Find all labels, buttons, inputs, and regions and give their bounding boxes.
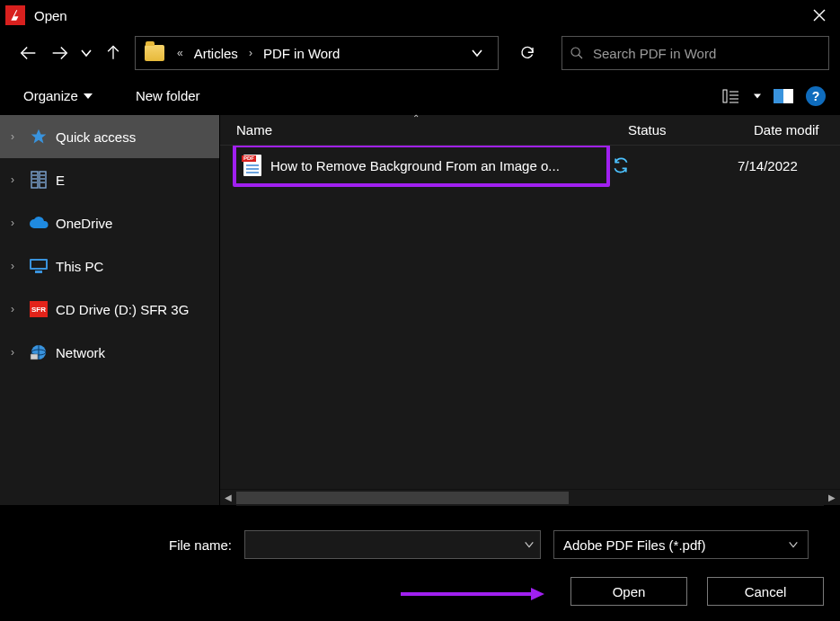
- breadcrumb[interactable]: « Articles › PDF in Word: [135, 36, 499, 70]
- chevron-right-icon[interactable]: ›: [243, 47, 258, 59]
- column-headers: ⌃ Name Status Date modif: [220, 115, 840, 146]
- organize-label: Organize: [23, 88, 78, 103]
- svg-marker-7: [84, 93, 93, 99]
- filename-input[interactable]: [245, 537, 518, 553]
- sidebar-item-label: Network: [56, 345, 105, 360]
- close-button[interactable]: [799, 0, 840, 31]
- new-folder-button[interactable]: New folder: [128, 84, 208, 107]
- scroll-track[interactable]: [236, 490, 824, 506]
- svg-rect-15: [783, 89, 793, 103]
- chevron-right-icon[interactable]: ›: [11, 173, 22, 186]
- svg-rect-14: [774, 89, 783, 103]
- refresh-button[interactable]: [508, 36, 547, 70]
- filetype-filter[interactable]: Adobe PDF Files (*.pdf): [553, 530, 809, 559]
- svg-point-5: [571, 48, 579, 56]
- sidebar-item-label: E: [56, 173, 65, 188]
- pdf-file-icon: [243, 155, 261, 176]
- recent-locations-button[interactable]: [77, 38, 95, 68]
- search-box[interactable]: [561, 36, 829, 70]
- sort-indicator-icon: ⌃: [412, 113, 420, 123]
- svg-marker-13: [754, 93, 761, 98]
- drive-icon: [29, 171, 49, 189]
- sidebar-item-cd-drive[interactable]: › SFR CD Drive (D:) SFR 3G: [0, 288, 219, 331]
- column-date[interactable]: Date modif: [738, 115, 840, 145]
- chevron-right-icon[interactable]: ›: [11, 260, 22, 272]
- scroll-left-button[interactable]: ◀: [220, 490, 236, 506]
- back-button[interactable]: [16, 38, 41, 68]
- breadcrumb-ellipsis[interactable]: «: [172, 47, 189, 59]
- sidebar-item-quick-access[interactable]: › Quick access: [0, 115, 219, 158]
- nav-row: « Articles › PDF in Word: [0, 31, 840, 77]
- star-icon: [29, 128, 49, 146]
- sidebar-item-onedrive[interactable]: › OneDrive: [0, 201, 219, 244]
- filename-label: File name:: [16, 537, 232, 553]
- sidebar-item-label: This PC: [56, 259, 103, 274]
- search-icon: [570, 46, 584, 60]
- sidebar: › Quick access › E › OneDrive: [0, 115, 219, 505]
- svg-rect-18: [40, 172, 46, 188]
- network-icon: [29, 343, 49, 361]
- scroll-thumb[interactable]: [236, 492, 569, 504]
- svg-rect-8: [723, 90, 727, 102]
- file-pane: ⌃ Name Status Date modif How to Remove B…: [219, 115, 840, 505]
- svg-marker-16: [31, 129, 47, 144]
- chevron-right-icon[interactable]: ›: [11, 303, 22, 315]
- svg-rect-27: [35, 271, 42, 273]
- filename-dropdown-button[interactable]: [518, 539, 540, 550]
- sidebar-item-network[interactable]: › Network: [0, 331, 219, 374]
- folder-icon: [145, 45, 164, 61]
- chevron-down-icon[interactable]: [754, 93, 761, 100]
- sidebar-item-this-pc[interactable]: › This PC: [0, 244, 219, 288]
- cancel-button[interactable]: Cancel: [707, 577, 824, 606]
- svg-rect-17: [31, 172, 38, 188]
- chevron-down-icon: [788, 539, 799, 550]
- breadcrumb-history-button[interactable]: [465, 47, 489, 59]
- titlebar: Open: [0, 0, 840, 31]
- svg-rect-31: [31, 354, 38, 359]
- help-button[interactable]: ?: [806, 86, 826, 106]
- preview-pane-button[interactable]: [770, 86, 797, 106]
- organize-button[interactable]: Organize: [16, 84, 100, 107]
- chevron-right-icon[interactable]: ›: [11, 217, 22, 229]
- file-date: 7/14/2022: [738, 158, 840, 173]
- chevron-right-icon[interactable]: ›: [11, 130, 22, 143]
- bottom-panel: File name: Adobe PDF Files (*.pdf) Open …: [0, 505, 840, 617]
- window-title: Open: [34, 8, 67, 23]
- annotation-highlight: How to Remove Background From an Image o…: [233, 146, 610, 187]
- chevron-right-icon[interactable]: ›: [11, 346, 22, 359]
- view-options-button[interactable]: [718, 86, 745, 106]
- sidebar-item-label: OneDrive: [56, 216, 112, 231]
- cloud-icon: [29, 214, 49, 232]
- sidebar-item-drive-e[interactable]: › E: [0, 158, 219, 201]
- column-status[interactable]: Status: [612, 115, 738, 145]
- file-row[interactable]: How to Remove Background From an Image o…: [220, 146, 840, 185]
- svg-rect-26: [31, 261, 46, 268]
- sync-status-icon: [612, 156, 630, 174]
- breadcrumb-item[interactable]: Articles: [189, 46, 243, 61]
- search-input[interactable]: [593, 46, 821, 61]
- main-area: › Quick access › E › OneDrive: [0, 115, 840, 505]
- sfr-icon: SFR: [29, 300, 49, 318]
- scroll-right-button[interactable]: ▶: [824, 490, 840, 506]
- horizontal-scrollbar[interactable]: ◀ ▶: [220, 489, 840, 505]
- open-button[interactable]: Open: [570, 577, 687, 606]
- column-name[interactable]: ⌃ Name: [220, 115, 612, 145]
- file-list[interactable]: How to Remove Background From an Image o…: [220, 146, 840, 489]
- app-icon: [5, 5, 25, 25]
- file-name: How to Remove Background From an Image o…: [270, 158, 560, 173]
- sidebar-item-label: Quick access: [56, 129, 136, 145]
- new-folder-label: New folder: [136, 88, 200, 103]
- up-button[interactable]: [101, 38, 126, 68]
- filename-combobox[interactable]: [244, 530, 541, 559]
- forward-button[interactable]: [47, 38, 72, 68]
- toolbar: Organize New folder ?: [0, 77, 840, 115]
- sidebar-item-label: CD Drive (D:) SFR 3G: [56, 302, 189, 317]
- filetype-filter-label: Adobe PDF Files (*.pdf): [563, 537, 788, 553]
- svg-line-6: [579, 55, 582, 58]
- pc-icon: [29, 257, 49, 275]
- breadcrumb-item[interactable]: PDF in Word: [258, 46, 346, 61]
